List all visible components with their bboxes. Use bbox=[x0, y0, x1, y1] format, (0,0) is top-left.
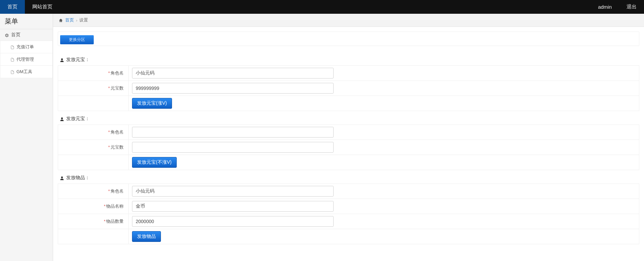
input-role-name-3[interactable] bbox=[132, 186, 334, 197]
label-item-name: 物品名称 bbox=[106, 204, 124, 209]
label-amount: 元宝数 bbox=[111, 145, 124, 150]
main-content: 首页 › 设置 更换分区 发放元宝： *角色名 bbox=[53, 14, 644, 261]
sidebar-submenu: 充值订单 代理管理 GM工具 bbox=[0, 41, 53, 78]
label-item-qty: 物品数量 bbox=[106, 219, 124, 224]
form-item: *角色名 *物品名称 *物品数量 发放物品 bbox=[58, 184, 639, 244]
input-item-name[interactable] bbox=[132, 201, 334, 212]
submit-item-button[interactable]: 发放物品 bbox=[132, 231, 161, 242]
nav-logout[interactable]: 退出 bbox=[619, 0, 644, 14]
sidebar-item-label: GM工具 bbox=[16, 69, 32, 75]
section-title-yuanbao-vip: 发放元宝： bbox=[58, 52, 639, 65]
submit-yuanbao-vip-button[interactable]: 发放元宝(涨V) bbox=[132, 98, 172, 109]
sidebar-item-gmtool[interactable]: GM工具 bbox=[0, 66, 53, 78]
zone-panel: 更换分区 bbox=[58, 32, 639, 46]
layout-wrapper: 菜单 首页 充值订单 代理管理 bbox=[0, 14, 644, 261]
section-title-text: 发放元宝： bbox=[66, 116, 90, 122]
file-icon bbox=[10, 69, 14, 74]
label-role: 角色名 bbox=[111, 129, 124, 135]
label-amount: 元宝数 bbox=[111, 86, 124, 91]
file-icon bbox=[10, 57, 14, 62]
submit-yuanbao-novip-button[interactable]: 发放元宝(不涨V) bbox=[132, 157, 177, 168]
sidebar-header-home[interactable]: 首页 bbox=[0, 29, 53, 41]
label-role: 角色名 bbox=[111, 70, 124, 75]
sidebar: 菜单 首页 充值订单 代理管理 bbox=[0, 14, 53, 261]
person-icon bbox=[60, 57, 64, 62]
sidebar-item-label: 充值订单 bbox=[16, 44, 34, 50]
person-icon bbox=[60, 175, 64, 180]
breadcrumb: 首页 › 设置 bbox=[53, 14, 644, 27]
breadcrumb-home-link[interactable]: 首页 bbox=[65, 17, 74, 23]
input-item-qty[interactable] bbox=[132, 216, 334, 227]
form-yuanbao-vip: *角色名 *元宝数 发放元宝(涨V) bbox=[58, 65, 639, 111]
section-title-yuanbao-novip: 发放元宝： bbox=[58, 111, 639, 124]
breadcrumb-current: 设置 bbox=[79, 17, 88, 23]
breadcrumb-separator: › bbox=[76, 18, 77, 23]
navbar-right: admin 退出 bbox=[591, 0, 644, 14]
form-yuanbao-novip: *角色名 *元宝数 发放元宝(不涨V) bbox=[58, 124, 639, 170]
sidebar-item-recharge[interactable]: 充值订单 bbox=[0, 41, 53, 53]
nav-home[interactable]: 首页 bbox=[0, 0, 25, 14]
section-title-item: 发放物品： bbox=[58, 170, 639, 184]
input-yuanbao-amount-1[interactable] bbox=[132, 83, 334, 94]
input-role-name-2[interactable] bbox=[132, 127, 334, 138]
navbar-left: 首页 网站首页 bbox=[0, 0, 60, 14]
sidebar-title: 菜单 bbox=[0, 14, 53, 29]
sidebar-item-label: 代理管理 bbox=[16, 56, 34, 62]
input-yuanbao-amount-2[interactable] bbox=[132, 142, 334, 153]
input-role-name-1[interactable] bbox=[132, 68, 334, 79]
change-zone-button[interactable]: 更换分区 bbox=[60, 35, 94, 44]
sidebar-header-label: 首页 bbox=[11, 32, 20, 38]
label-role: 角色名 bbox=[111, 189, 124, 194]
section-title-text: 发放元宝： bbox=[66, 57, 90, 63]
person-icon bbox=[60, 116, 64, 121]
file-icon bbox=[10, 45, 14, 50]
sidebar-item-agent[interactable]: 代理管理 bbox=[0, 53, 53, 66]
home-icon bbox=[58, 17, 63, 23]
top-navbar: 首页 网站首页 admin 退出 bbox=[0, 0, 644, 14]
nav-user[interactable]: admin bbox=[591, 0, 619, 14]
content-area: 更换分区 发放元宝： *角色名 *元宝数 bbox=[53, 27, 644, 251]
gear-icon bbox=[5, 32, 9, 38]
section-title-text: 发放物品： bbox=[66, 175, 90, 181]
nav-site-home[interactable]: 网站首页 bbox=[25, 0, 60, 14]
